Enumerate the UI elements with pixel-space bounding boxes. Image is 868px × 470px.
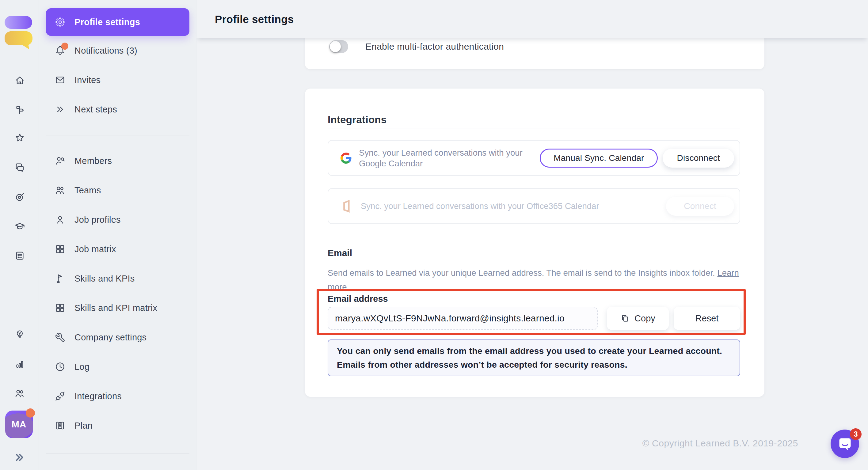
office365-row: Sync. your Learned conversations with yo… bbox=[328, 188, 740, 224]
sidebar-item-label: Next steps bbox=[74, 104, 117, 115]
page-title: Profile settings bbox=[215, 13, 294, 25]
copy-button-label: Copy bbox=[634, 313, 655, 323]
home-icon bbox=[14, 75, 25, 86]
sidebar-item-label: Skills and KPIs bbox=[74, 274, 134, 284]
integrations-card: Integrations Sync. your Learned conversa… bbox=[305, 89, 765, 397]
rail-divider bbox=[5, 280, 33, 280]
chat-messenger-icon bbox=[837, 436, 853, 451]
sidebar-divider-bottom bbox=[46, 453, 189, 454]
rail-surveys-button[interactable] bbox=[0, 250, 39, 261]
avatar[interactable]: MA bbox=[5, 411, 33, 438]
sidebar-item-next-steps[interactable]: Next steps bbox=[46, 95, 189, 124]
grid-icon bbox=[54, 303, 66, 313]
sidebar-item-teams[interactable]: Teams bbox=[46, 176, 189, 205]
notification-dot bbox=[61, 42, 68, 50]
email-address-input[interactable] bbox=[328, 307, 598, 330]
icon-rail: MA bbox=[0, 0, 39, 470]
office365-sync-description: Sync. your Learned conversations with yo… bbox=[361, 201, 599, 211]
sidebar-item-label: Skills and KPI matrix bbox=[74, 303, 157, 313]
google-calendar-row: Sync. your Learned conversations with yo… bbox=[328, 140, 740, 176]
bar-chart-icon bbox=[14, 358, 25, 370]
copy-icon bbox=[620, 314, 629, 323]
checklist-icon bbox=[14, 250, 25, 261]
sidebar-item-skills-kpis[interactable]: Skills and KPIs bbox=[46, 264, 189, 293]
mfa-toggle[interactable] bbox=[329, 40, 348, 53]
email-address-row: Copy Reset bbox=[328, 307, 740, 330]
page-header: Profile settings bbox=[196, 0, 868, 38]
chat-bubbles-icon bbox=[14, 162, 25, 173]
connect-button[interactable]: Connect bbox=[666, 197, 734, 216]
sidebar-item-label: Job profiles bbox=[74, 215, 121, 225]
email-description: Send emails to Learned via your unique L… bbox=[328, 266, 742, 294]
email-section-title: Email bbox=[328, 248, 352, 258]
star-icon bbox=[14, 132, 25, 144]
users-icon bbox=[14, 388, 25, 399]
sidebar-item-profile-settings[interactable]: Profile settings bbox=[46, 8, 189, 36]
main-area: Enable multi-factor authentication Integ… bbox=[196, 0, 868, 470]
chat-unread-badge: 3 bbox=[850, 428, 862, 440]
sidebar: Profile settings Notifications (3) Invit… bbox=[40, 0, 196, 470]
rail-people-button[interactable] bbox=[0, 388, 39, 399]
chevrons-right-icon bbox=[13, 451, 26, 464]
sidebar-item-plan[interactable]: Plan bbox=[46, 411, 189, 440]
rail-goals-button[interactable] bbox=[0, 191, 39, 202]
target-icon bbox=[14, 191, 25, 202]
bell-icon bbox=[54, 45, 66, 56]
mfa-label: Enable multi-factor authentication bbox=[365, 41, 504, 52]
sidebar-item-log[interactable]: Log bbox=[46, 352, 189, 381]
office365-logo-icon bbox=[341, 198, 353, 214]
sidebar-item-job-matrix[interactable]: Job matrix bbox=[46, 234, 189, 264]
manual-sync-calendar-button[interactable]: Manual Sync. Calendar bbox=[540, 149, 658, 167]
gear-icon bbox=[54, 17, 66, 28]
avatar-initials: MA bbox=[12, 419, 27, 430]
clock-icon bbox=[54, 361, 66, 372]
reset-button[interactable]: Reset bbox=[674, 307, 740, 330]
rail-learning-button[interactable] bbox=[0, 221, 39, 232]
sidebar-item-integrations[interactable]: Integrations bbox=[46, 381, 189, 411]
sidebar-item-invites[interactable]: Invites bbox=[46, 65, 189, 95]
signpost-icon bbox=[14, 104, 25, 116]
sidebar-item-label: Company settings bbox=[74, 333, 147, 343]
sidebar-item-members[interactable]: Members bbox=[46, 146, 189, 176]
sidebar-item-notifications[interactable]: Notifications (3) bbox=[46, 36, 189, 65]
sidebar-item-skills-kpi-matrix[interactable]: Skills and KPI matrix bbox=[46, 293, 189, 323]
sidebar-divider bbox=[46, 135, 189, 135]
sidebar-item-label: Teams bbox=[74, 185, 101, 195]
reset-button-label: Reset bbox=[695, 313, 719, 323]
sidebar-item-label: Integrations bbox=[74, 391, 122, 401]
rail-conversations-button[interactable] bbox=[0, 162, 39, 173]
rail-reports-button[interactable] bbox=[0, 358, 39, 370]
grid-icon bbox=[54, 244, 66, 255]
disconnect-button[interactable]: Disconnect bbox=[663, 149, 734, 167]
sidebar-expand-button[interactable] bbox=[0, 451, 39, 464]
rail-star-button[interactable] bbox=[0, 132, 39, 144]
copy-button[interactable]: Copy bbox=[607, 307, 669, 330]
sidebar-item-job-profiles[interactable]: Job profiles bbox=[46, 205, 189, 234]
sidebar-item-label: Log bbox=[74, 362, 90, 372]
rail-insights-button[interactable] bbox=[0, 329, 39, 340]
plug-icon bbox=[54, 390, 66, 402]
sidebar-item-label: Invites bbox=[74, 75, 100, 85]
chat-launcher-button[interactable]: 3 bbox=[831, 430, 859, 458]
rail-signpost-button[interactable] bbox=[0, 104, 39, 116]
sidebar-item-label: Notifications (3) bbox=[74, 45, 137, 56]
sidebar-item-company-settings[interactable]: Company settings bbox=[46, 323, 189, 352]
learned-logo[interactable] bbox=[5, 16, 33, 45]
rail-home-button[interactable] bbox=[0, 75, 39, 86]
sidebar-item-label: Members bbox=[74, 156, 112, 166]
chevrons-right-icon bbox=[54, 104, 66, 115]
presence-dot bbox=[26, 408, 35, 417]
graduation-cap-icon bbox=[14, 221, 25, 232]
learned-logo-yellow-bubble bbox=[5, 31, 33, 50]
envelope-icon bbox=[54, 74, 66, 86]
integrations-title: Integrations bbox=[328, 114, 386, 126]
toggle-knob bbox=[330, 41, 341, 52]
user-icon bbox=[54, 214, 66, 225]
sidebar-item-label: Profile settings bbox=[74, 17, 140, 27]
user-search-icon bbox=[54, 155, 66, 166]
google-sync-description: Sync. your Learned conversations with yo… bbox=[359, 147, 540, 169]
email-address-label: Email address bbox=[328, 294, 388, 304]
flag-icon bbox=[54, 273, 66, 284]
email-security-note: You can only send emails from the email … bbox=[328, 340, 740, 376]
copyright-text: © Copyright Learned B.V. 2019-2025 bbox=[196, 438, 798, 448]
